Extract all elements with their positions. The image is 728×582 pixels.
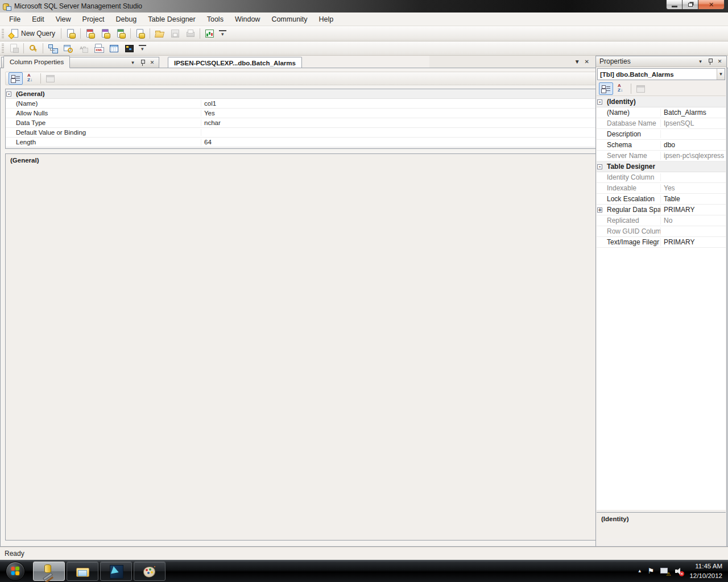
open-folder-button[interactable]: [152, 27, 167, 40]
menu-view[interactable]: View: [50, 13, 77, 26]
property-value[interactable]: Yes: [661, 184, 726, 192]
open-file-query-button[interactable]: [133, 27, 147, 40]
manage-indexes-keys-button[interactable]: [61, 42, 75, 55]
property-row-name[interactable]: (Name)Batch_Alarms: [597, 107, 726, 118]
menu-help[interactable]: Help: [313, 13, 340, 26]
mdx-query-button[interactable]: [83, 27, 97, 40]
dmx-query-button[interactable]: [98, 27, 113, 40]
visual-studio-icon: [109, 564, 123, 579]
taskbar-app-ssms[interactable]: [33, 562, 65, 581]
column-properties-tab[interactable]: Column Properties: [3, 56, 70, 68]
property-category-label: (Identity): [605, 98, 636, 106]
category-gutter: -: [597, 99, 605, 105]
window-position-icon[interactable]: ▾: [696, 57, 705, 65]
open-file-query-icon: [135, 29, 145, 38]
close-panel-icon[interactable]: ✕: [148, 59, 156, 66]
start-button[interactable]: [6, 562, 25, 581]
generate-change-script-button: [7, 42, 21, 55]
check-constraints-button[interactable]: [107, 42, 121, 55]
taskbar-app-explorer[interactable]: [67, 562, 98, 581]
property-row-description[interactable]: Description: [597, 129, 726, 140]
menu-file[interactable]: File: [3, 13, 26, 26]
property-value[interactable]: Table: [661, 195, 726, 203]
close-button[interactable]: ✕: [698, 0, 725, 10]
properties-toolbar: [597, 82, 726, 96]
close-document-icon[interactable]: ✕: [585, 59, 589, 65]
database-query-button[interactable]: [64, 27, 78, 40]
show-hidden-icons-button[interactable]: ▲: [638, 568, 642, 573]
auto-hide-pin-icon[interactable]: [706, 57, 714, 65]
combo-dropdown-icon[interactable]: ▼: [717, 69, 725, 80]
property-row-schema[interactable]: Schemadbo: [597, 140, 726, 151]
property-value[interactable]: IpsenSQL: [661, 119, 726, 127]
xmla-query-icon: [116, 29, 126, 38]
collapse-icon[interactable]: -: [597, 99, 602, 105]
menu-community[interactable]: Community: [266, 13, 313, 26]
property-row-text-image-filegr[interactable]: Text/Image FilegrPRIMARY: [597, 237, 726, 248]
xmla-query-button[interactable]: [114, 27, 128, 40]
collapse-icon[interactable]: -: [597, 164, 602, 169]
property-value[interactable]: Batch_Alarms: [661, 109, 726, 117]
open-folder-icon: [155, 29, 164, 38]
categorized-button[interactable]: [599, 82, 613, 95]
property-row-replicated[interactable]: ReplicatedNo: [597, 215, 726, 226]
property-value[interactable]: dbo: [661, 141, 726, 149]
minimize-button[interactable]: [666, 0, 682, 10]
standard-toolbar: New Query▾: [0, 26, 728, 41]
property-value[interactable]: ipsen-pc\sqlexpress: [661, 152, 726, 160]
taskbar-app-visual-studio[interactable]: [100, 562, 132, 581]
property-category-table-designer[interactable]: -Table Designer: [597, 161, 726, 172]
property-row-server-name[interactable]: Server Nameipsen-pc\sqlexpress: [597, 151, 726, 161]
toolbar-overflow-icon[interactable]: ▾: [219, 30, 226, 37]
relationships-button[interactable]: [46, 42, 60, 55]
menu-debug[interactable]: Debug: [110, 13, 142, 26]
menu-tools[interactable]: Tools: [201, 13, 229, 26]
expand-icon[interactable]: +: [597, 207, 602, 213]
property-value[interactable]: PRIMARY: [661, 238, 726, 246]
property-name: Server Name: [605, 152, 661, 160]
collapse-icon[interactable]: -: [6, 92, 11, 97]
taskbar-app-paint[interactable]: [134, 562, 166, 581]
property-name: Default Value or Binding: [14, 129, 201, 136]
new-query-button[interactable]: New Query: [7, 27, 59, 40]
taskbar-clock[interactable]: 11:45 AM 12/10/2012: [689, 562, 722, 580]
toolbar-separator: [200, 28, 200, 39]
restore-button[interactable]: [682, 0, 698, 10]
alphabetical-button[interactable]: [614, 82, 628, 95]
property-row-indexable[interactable]: IndexableYes: [597, 183, 726, 194]
toolbar-overflow-icon[interactable]: ▾: [139, 45, 146, 52]
menu-project[interactable]: Project: [77, 13, 110, 26]
object-selector-combo[interactable]: [Tbl] dbo.Batch_Alarms ▼: [597, 68, 725, 80]
document-tab[interactable]: IPSEN-PC\SQLEXP...dbo.Batch_Alarms: [168, 57, 302, 68]
network-warning-icon[interactable]: [660, 567, 669, 575]
menu-edit[interactable]: Edit: [26, 13, 50, 26]
property-row-regular-data-spac[interactable]: +Regular Data SpacPRIMARY: [597, 205, 726, 215]
property-value[interactable]: PRIMARY: [661, 206, 726, 214]
categorized-button[interactable]: [9, 72, 23, 85]
manage-xml-indexes-button[interactable]: [92, 42, 106, 55]
activity-monitor-button[interactable]: [202, 27, 217, 40]
property-category-identity[interactable]: -(Identity): [597, 97, 726, 107]
menu-window[interactable]: Window: [229, 13, 266, 26]
active-files-dropdown-icon[interactable]: ▼: [574, 59, 580, 65]
toolbar-grip[interactable]: [2, 29, 4, 38]
close-panel-icon[interactable]: ✕: [715, 57, 724, 65]
property-row-row-guid-colum[interactable]: Row GUID Colum: [597, 226, 726, 237]
selected-object-label: [Tbl] dbo.Batch_Alarms: [600, 71, 674, 78]
property-row-database-name[interactable]: Database NameIpsenSQL: [597, 118, 726, 129]
alphabetical-button[interactable]: [24, 72, 38, 85]
generate-change-script-icon: [9, 44, 19, 53]
spatial-indexes-button[interactable]: [122, 42, 136, 55]
properties-panel: Properties ▾ ✕ [Tbl] dbo.Batch_Alarms ▼ …: [595, 56, 727, 547]
action-center-icon[interactable]: ⚑: [648, 567, 655, 575]
auto-hide-pin-icon[interactable]: [138, 59, 147, 66]
toolbar-separator: [150, 28, 150, 39]
property-row-lock-escalation[interactable]: Lock EscalationTable: [597, 194, 726, 205]
property-row-identity-column[interactable]: Identity Column: [597, 172, 726, 183]
window-position-icon[interactable]: ▾: [129, 59, 137, 66]
volume-muted-icon[interactable]: ✕: [675, 567, 684, 575]
set-primary-key-button[interactable]: [26, 42, 40, 55]
toolbar-grip[interactable]: [2, 44, 4, 53]
menu-table-designer[interactable]: Table Designer: [142, 13, 201, 26]
property-value[interactable]: No: [661, 217, 726, 225]
